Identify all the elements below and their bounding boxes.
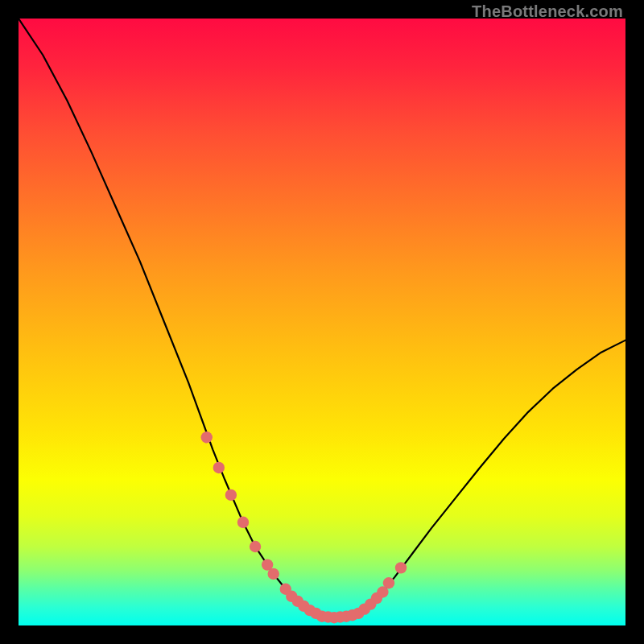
data-point [201, 431, 213, 443]
chart-svg [19, 19, 625, 625]
data-point [250, 541, 261, 552]
data-point [225, 489, 237, 501]
data-point [395, 562, 407, 573]
data-point [383, 577, 394, 588]
chart-frame: TheBottleneck.com [0, 0, 644, 644]
curve-line [19, 19, 625, 617]
plot-area [19, 19, 625, 625]
data-point [267, 568, 279, 580]
watermark-text: TheBottleneck.com [472, 2, 623, 21]
data-point [213, 462, 225, 473]
data-point [237, 517, 249, 528]
